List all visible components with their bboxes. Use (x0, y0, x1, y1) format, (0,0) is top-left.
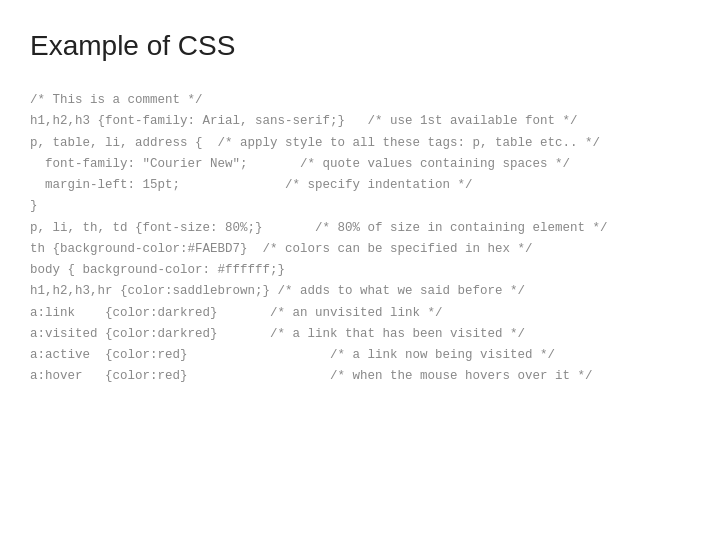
code-block: /* This is a comment */ h1,h2,h3 {font-f… (30, 90, 690, 388)
code-line-2: h1,h2,h3 {font-family: Arial, sans-serif… (30, 111, 690, 132)
code-line-8: th {background-color:#FAEBD7} /* colors … (30, 239, 690, 260)
code-line-6: } (30, 196, 690, 217)
page-title: Example of CSS (30, 30, 690, 62)
code-line-12: a:visited {color:darkred} /* a link that… (30, 324, 690, 345)
code-line-5: margin-left: 15pt; /* specify indentatio… (30, 175, 690, 196)
code-line-4: font-family: "Courier New"; /* quote val… (30, 154, 690, 175)
code-line-9: body { background-color: #ffffff;} (30, 260, 690, 281)
code-line-1: /* This is a comment */ (30, 90, 690, 111)
code-line-11: a:link {color:darkred} /* an unvisited l… (30, 303, 690, 324)
code-line-10: h1,h2,h3,hr {color:saddlebrown;} /* adds… (30, 281, 690, 302)
code-line-7: p, li, th, td {font-size: 80%;} /* 80% o… (30, 218, 690, 239)
code-line-13: a:active {color:red} /* a link now being… (30, 345, 690, 366)
code-line-14: a:hover {color:red} /* when the mouse ho… (30, 366, 690, 387)
code-line-3: p, table, li, address { /* apply style t… (30, 133, 690, 154)
page-container: Example of CSS /* This is a comment */ h… (0, 0, 720, 408)
